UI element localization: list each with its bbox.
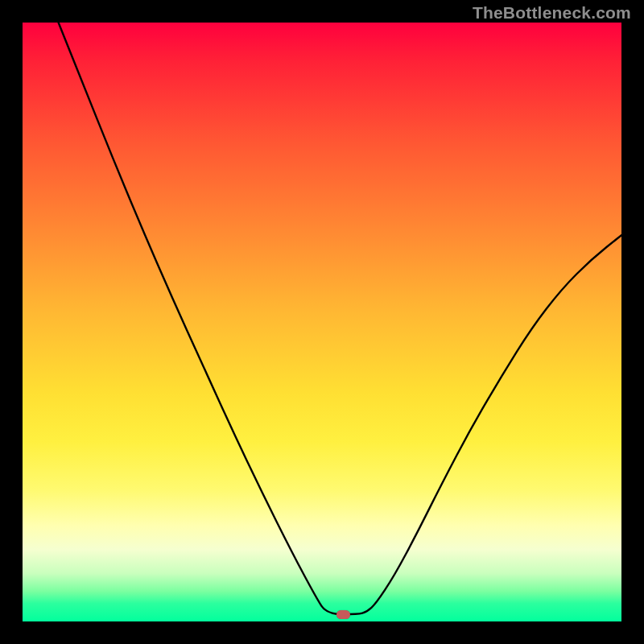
plot-area (23, 23, 621, 621)
optimum-marker (336, 610, 350, 619)
chart-frame: TheBottleneck.com (0, 0, 644, 644)
watermark: TheBottleneck.com (473, 3, 631, 23)
bottleneck-curve (23, 23, 621, 621)
